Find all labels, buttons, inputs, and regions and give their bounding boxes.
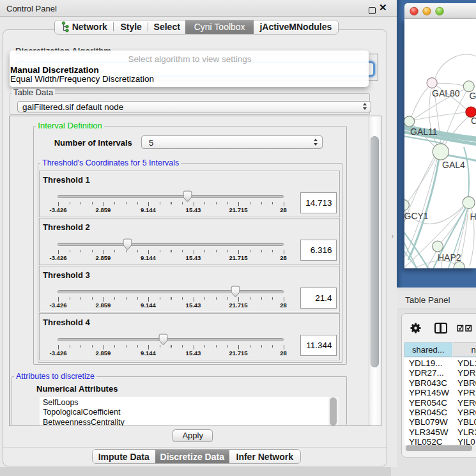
svg-text:GAL11: GAL11 <box>410 127 438 137</box>
svg-text:HAP2: HAP2 <box>438 252 461 263</box>
svg-text:GA: GA <box>470 91 476 101</box>
svg-text:H: H <box>470 211 476 222</box>
svg-text:GAL80: GAL80 <box>432 88 460 98</box>
svg-text:C: C <box>471 116 476 126</box>
svg-text:GCY1: GCY1 <box>404 211 429 221</box>
svg-text:GAL4: GAL4 <box>442 160 465 170</box>
